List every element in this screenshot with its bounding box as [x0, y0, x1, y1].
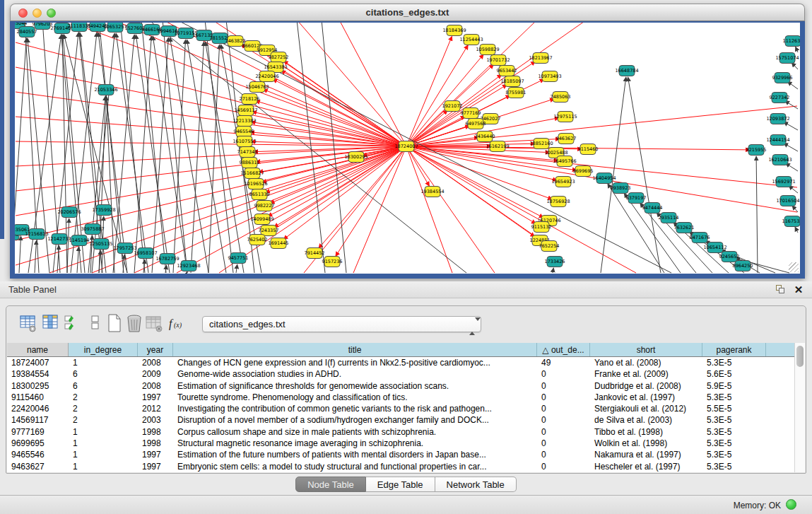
graph-node[interactable]: 9115460	[578, 144, 599, 155]
graph-node[interactable]: 21053346	[94, 85, 117, 95]
memory-status-indicator[interactable]	[786, 499, 796, 510]
tab-edge-table[interactable]: Edge Table	[366, 477, 435, 492]
graph-node[interactable]: 7652254	[539, 241, 560, 252]
column-header-out_degree[interactable]: △ out_de...	[537, 343, 590, 356]
graph-node[interactable]: 7147343	[237, 147, 258, 158]
graph-node[interactable]: 8938923	[611, 183, 631, 194]
graph-node[interactable]: 9982227	[254, 201, 275, 211]
graph-node[interactable]: 9886311	[240, 158, 260, 168]
float-panel-icon[interactable]	[774, 284, 787, 296]
graph-node[interactable]: 9463627	[556, 134, 577, 144]
column-header-short[interactable]: short	[590, 343, 702, 356]
graph-node[interactable]: 1145194	[69, 235, 90, 246]
network-window-titlebar[interactable]: citations_edges.txt	[10, 4, 805, 21]
table-row[interactable]: 946554611997Estimation of the future num…	[7, 449, 794, 460]
graph-node[interactable]: 1691445	[269, 238, 289, 249]
graph-node[interactable]: 9777169	[461, 108, 481, 119]
column-header-pagerank[interactable]: pagerank	[702, 343, 766, 356]
graph-node[interactable]: 9474444	[642, 203, 663, 214]
graph-node[interactable]: 11254443	[459, 35, 483, 45]
graph-node[interactable]: 1921072	[442, 101, 463, 112]
graph-node[interactable]: 6497568	[466, 119, 486, 129]
column-header-title[interactable]: title	[173, 343, 537, 356]
close-panel-icon[interactable]: ✕	[792, 284, 805, 296]
graph-node[interactable]: 2840557	[17, 27, 37, 37]
graph-node[interactable]: 18213967	[529, 53, 552, 64]
graph-node[interactable]: 12142737	[47, 234, 71, 245]
graph-node[interactable]: 18756928	[546, 197, 570, 207]
table-row[interactable]: 1872400712008Changes of HCN gene express…	[7, 357, 794, 368]
graph-node[interactable]: 7485063	[551, 92, 571, 103]
graph-node[interactable]: 9115132	[531, 222, 552, 233]
graph-node[interactable]: 2436440	[475, 132, 495, 142]
graph-node[interactable]: 8964250	[733, 261, 753, 271]
tab-node-table[interactable]: Node Table	[295, 477, 366, 492]
graph-node[interactable]: 3827252	[269, 52, 289, 63]
table-selector-dropdown[interactable]: citations_edges.txt	[202, 316, 481, 332]
graph-node[interactable]: 8755981	[506, 88, 526, 98]
graph-node[interactable]: 9796203	[33, 21, 53, 30]
graph-node[interactable]: 8651339	[249, 189, 270, 200]
graph-node[interactable]: 16648784	[615, 66, 638, 76]
graph-node[interactable]: 10196526	[244, 179, 267, 189]
table-row[interactable]: 1456911722003Disruption of a novel membe…	[7, 414, 794, 426]
graph-node[interactable]: 9653442	[497, 66, 517, 76]
graph-node[interactable]: 6379197	[626, 193, 647, 204]
delete-table-icon[interactable]	[125, 313, 143, 334]
graph-node[interactable]: 14569117	[234, 105, 257, 116]
graph-node[interactable]: 15751074	[775, 53, 799, 64]
graph-node[interactable]: 16107553	[233, 136, 256, 147]
table-row[interactable]: 1938455462009Genome-wide association stu…	[7, 368, 794, 380]
table-settings-icon[interactable]	[19, 313, 37, 334]
table-row[interactable]: 977716911998Corpus callosum shape and si…	[7, 426, 794, 438]
column-header-in_degree[interactable]: in_degree	[69, 343, 138, 356]
graph-node[interactable]: 16210643	[768, 155, 792, 165]
graph-node[interactable]: 12093872	[766, 114, 789, 124]
graph-node[interactable]: 17016504	[776, 196, 799, 206]
graph-node[interactable]: 9329966	[772, 73, 793, 83]
graph-node[interactable]: 8215955	[746, 145, 767, 156]
graph-node[interactable]: 14099489	[250, 214, 273, 225]
vertical-scrollbar[interactable]	[794, 343, 805, 472]
graph-node[interactable]: 16782759	[155, 254, 179, 264]
graph-node[interactable]: 2935114	[659, 213, 679, 223]
graph-node[interactable]: 7914452	[305, 248, 325, 259]
create-table-icon[interactable]	[105, 313, 124, 334]
row-options-icon[interactable]	[86, 313, 105, 334]
graph-node[interactable]: 7632621	[674, 223, 695, 233]
graph-node[interactable]: 9465546	[234, 127, 254, 137]
network-canvas[interactable]: 8133044979620328405572769140621118335849…	[10, 21, 805, 279]
graph-node[interactable]: 12505135	[89, 239, 112, 250]
graph-node[interactable]: 12975115	[553, 112, 577, 122]
network-graph-svg[interactable]: 8133044979620328405572769140621118335849…	[10, 21, 805, 279]
graph-node[interactable]: 9457751	[228, 253, 249, 264]
resize-grip[interactable]	[789, 262, 799, 272]
graph-node[interactable]: 1167533	[782, 216, 803, 227]
show-columns-icon[interactable]	[42, 313, 60, 334]
select-columns-icon[interactable]	[63, 313, 81, 334]
graph-node[interactable]: 9699695	[573, 166, 594, 177]
graph-node[interactable]: 15046768	[245, 82, 269, 93]
graph-node[interactable]: 9227342	[770, 93, 790, 103]
column-header-name[interactable]: name	[7, 343, 69, 356]
graph-node[interactable]: 9245652	[719, 252, 740, 262]
table-row[interactable]: 2242004622012Investigating the contribut…	[7, 403, 794, 414]
column-header-year[interactable]: year	[138, 343, 173, 356]
graph-node[interactable]: 1733426	[545, 257, 565, 267]
tab-network-table[interactable]: Network Table	[435, 477, 517, 492]
graph-node[interactable]: 8471676	[690, 233, 710, 243]
table-row[interactable]: 969969511998Structural magnetic resonanc…	[7, 438, 794, 449]
graph-node[interactable]: 19701732	[486, 55, 510, 66]
graph-node[interactable]: 10598829	[476, 45, 499, 55]
graph-node[interactable]: 12444154	[766, 135, 789, 146]
table-row[interactable]: 911546021997Tourette syndrome. Phenomeno…	[7, 392, 794, 403]
function-builder-icon[interactable]: f (x)	[167, 313, 189, 334]
scrollbar-thumb[interactable]	[796, 346, 804, 367]
table-row[interactable]: 1830029562008Estimation of significance …	[7, 380, 794, 392]
graph-node[interactable]: 9157236	[322, 257, 343, 267]
graph-node[interactable]: 19654923	[551, 177, 575, 187]
table-row[interactable]: 946362711997Embryonic stem cells: a mode…	[7, 461, 794, 472]
graph-node[interactable]: 1112633	[783, 36, 804, 47]
graph-node[interactable]: 18184369	[442, 25, 466, 36]
graph-node[interactable]: 7625402	[247, 235, 268, 245]
